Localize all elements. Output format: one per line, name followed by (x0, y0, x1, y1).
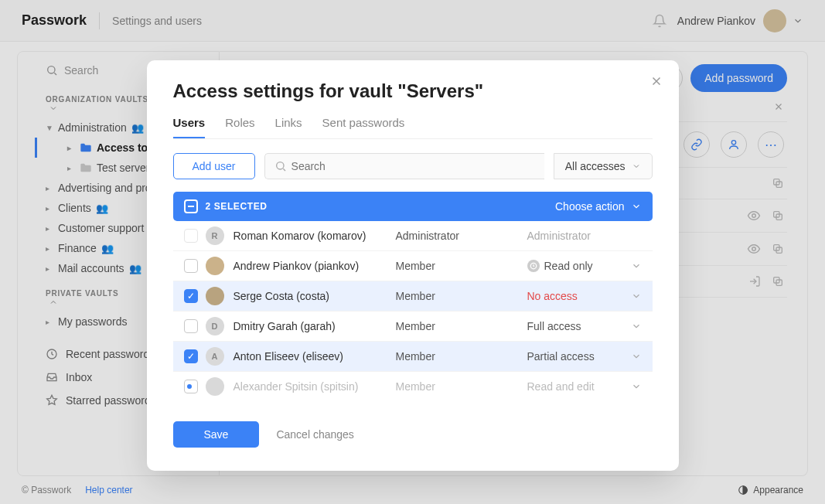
pending-indicator (187, 384, 192, 389)
selected-count: 2 SELECTED (206, 201, 268, 212)
avatar (206, 257, 224, 275)
choose-action-dropdown[interactable]: Choose action (555, 200, 642, 213)
row-checkbox[interactable] (184, 259, 198, 273)
selection-bar: 2 SELECTED Choose action (173, 192, 653, 221)
chevron-down-icon (631, 201, 642, 212)
close-icon[interactable] (649, 74, 663, 88)
tab-users[interactable]: Users (173, 116, 206, 138)
user-name: Alexander Spitsin (spitsin) (234, 380, 396, 393)
user-role: Member (396, 350, 527, 363)
modal-tabs: Users Roles Links Sent passwords (173, 116, 653, 139)
avatar (206, 377, 224, 396)
user-role: Administrator (396, 230, 527, 242)
modal-overlay: Access settings for vault "Servers" User… (0, 0, 825, 504)
svg-point-14 (276, 162, 283, 169)
row-checkbox[interactable] (184, 349, 198, 363)
access-value: No access (527, 290, 578, 302)
tab-sent-passwords[interactable]: Sent passwords (322, 116, 405, 138)
chevron-down-icon (631, 261, 642, 271)
search-input[interactable] (287, 154, 535, 179)
access-value: Read and edit (527, 380, 595, 393)
user-row: DDmitry Garah (garah)MemberFull access (173, 312, 653, 342)
modal-title: Access settings for vault "Servers" (173, 80, 653, 102)
user-row: RRoman Komarov (komarov)AdministratorAdm… (173, 221, 653, 251)
chevron-down-icon (631, 291, 642, 301)
row-checkbox[interactable] (184, 289, 198, 303)
user-row: AAnton Eliseev (eliseev)MemberPartial ac… (173, 342, 653, 372)
user-name: Anton Eliseev (eliseev) (234, 350, 396, 363)
user-name: Serge Costa (costa) (234, 290, 396, 302)
avatar: A (206, 347, 224, 366)
user-row: Serge Costa (costa)MemberNo access (173, 281, 653, 312)
row-checkbox (184, 229, 198, 243)
user-role: Member (396, 320, 527, 332)
chevron-down-icon (631, 381, 642, 392)
access-dropdown[interactable]: Read and edit (527, 380, 642, 393)
clock-icon (527, 260, 540, 272)
chevron-down-icon (631, 351, 642, 362)
search-icon (274, 160, 287, 172)
row-checkbox[interactable] (184, 319, 198, 333)
access-value: Partial access (527, 350, 595, 363)
cancel-button[interactable]: Cancel changes (276, 428, 353, 441)
user-name: Andrew Piankov (piankov) (234, 260, 396, 272)
tab-links[interactable]: Links (275, 116, 302, 138)
access-dropdown[interactable]: Partial access (527, 350, 642, 363)
avatar: D (206, 317, 224, 335)
user-name: Roman Komarov (komarov) (234, 230, 396, 242)
save-button[interactable]: Save (173, 421, 260, 448)
user-row: Andrew Piankov (piankov)MemberRead only (173, 251, 653, 281)
user-role: Member (396, 260, 527, 272)
access-settings-modal: Access settings for vault "Servers" User… (147, 60, 679, 471)
access-value: Administrator (527, 230, 591, 242)
user-row: Alexander Spitsin (spitsin)MemberRead an… (173, 372, 653, 401)
deselect-all-checkbox[interactable] (184, 199, 198, 213)
access-filter[interactable]: All accesses (554, 153, 653, 179)
access-value: Read only (544, 260, 593, 272)
access-dropdown[interactable]: Read only (527, 260, 642, 272)
user-role: Member (396, 380, 527, 393)
chevron-down-icon (631, 321, 642, 332)
user-role: Member (396, 290, 527, 302)
tab-roles[interactable]: Roles (225, 116, 254, 138)
user-name: Dmitry Garah (garah) (234, 320, 396, 332)
modal-search[interactable] (264, 153, 544, 179)
access-value: Full access (527, 320, 581, 332)
add-user-button[interactable]: Add user (173, 153, 255, 179)
avatar: R (206, 226, 224, 245)
avatar (206, 287, 224, 305)
access-dropdown: Administrator (527, 230, 642, 242)
access-dropdown[interactable]: No access (527, 290, 642, 302)
access-dropdown[interactable]: Full access (527, 320, 642, 332)
chevron-down-icon (632, 162, 641, 171)
